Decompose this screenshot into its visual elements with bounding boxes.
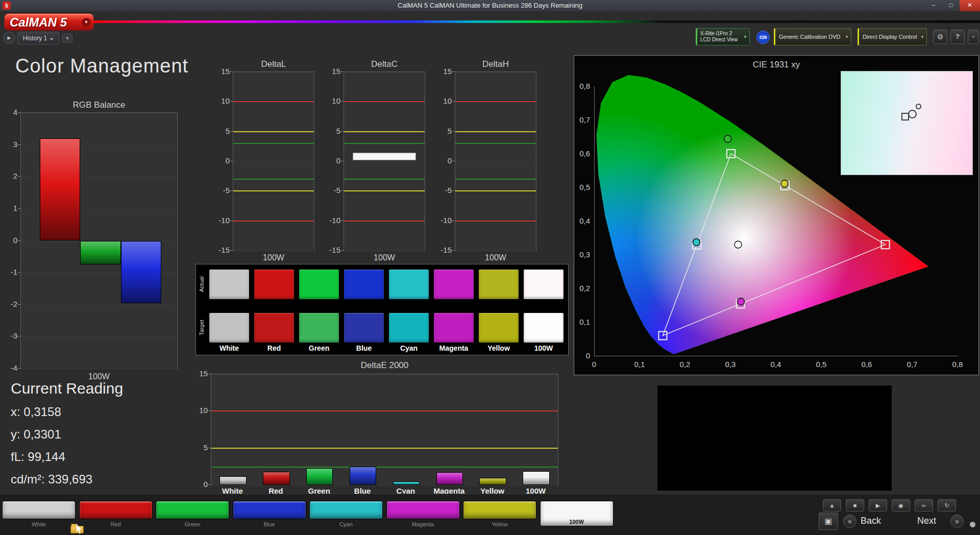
cie-1931-chart: CIE 1931 xy 00,10,20,30,40,50,60,70,800,… bbox=[574, 55, 979, 375]
pattern-button-cyan[interactable] bbox=[309, 501, 383, 519]
add-tab-button[interactable]: + bbox=[62, 34, 72, 43]
reference-line bbox=[344, 101, 425, 102]
continuous-button[interactable]: ∞ bbox=[915, 499, 933, 512]
tick-mark bbox=[18, 240, 20, 241]
y-tick-label: 2 bbox=[0, 172, 17, 180]
swatch-actual-white bbox=[209, 270, 249, 299]
reading-x: x: 0,3158 bbox=[11, 405, 61, 419]
tick-mark bbox=[18, 336, 20, 336]
play-button[interactable]: ▶ bbox=[869, 499, 887, 512]
pattern-window-button[interactable]: ▣ bbox=[819, 513, 838, 530]
pattern-button-yellow[interactable] bbox=[463, 501, 536, 519]
tick-mark bbox=[208, 448, 211, 448]
up-button[interactable]: ▲ bbox=[823, 499, 841, 512]
nav-arrow-button[interactable]: ▶ bbox=[3, 32, 15, 44]
chevron-down-icon[interactable]: ▼ bbox=[82, 18, 91, 27]
white-point-reference-circle bbox=[916, 104, 921, 109]
reference-line bbox=[455, 190, 536, 191]
settings-gear-button[interactable]: ⚙ bbox=[933, 30, 947, 44]
bar-yellow bbox=[479, 478, 506, 485]
y-tick-label: 0,4 bbox=[574, 216, 590, 225]
swatch-target-white bbox=[209, 313, 249, 343]
maximize-button[interactable]: □ bbox=[942, 0, 960, 11]
pattern-button-label: Magenta bbox=[386, 521, 460, 527]
pattern-bar: ▣ « Back Next » WhiteRedGreenBlueCyanMag… bbox=[0, 494, 980, 535]
gridline bbox=[455, 161, 536, 162]
back-button[interactable]: Back bbox=[861, 516, 881, 526]
tick-mark bbox=[230, 71, 233, 72]
pattern-button-label: 100W bbox=[541, 519, 613, 525]
gridline bbox=[344, 251, 425, 251]
reference-line bbox=[344, 190, 425, 191]
gridline bbox=[233, 251, 314, 251]
tick-mark bbox=[18, 368, 20, 369]
help-button[interactable]: ? bbox=[950, 30, 965, 44]
refresh-button[interactable]: ↻ bbox=[938, 499, 956, 512]
close-button[interactable]: ✕ bbox=[960, 0, 980, 11]
swatch-actual-blue bbox=[344, 270, 384, 299]
color-checker-panel: ActualTargetWhiteRedGreenBlueCyanMagenta… bbox=[195, 264, 569, 355]
delta-l-chart: DeltaL 100W -15-10-5051015 bbox=[217, 59, 325, 263]
tick-mark bbox=[452, 250, 455, 251]
y-tick-label: 0,5 bbox=[574, 183, 590, 191]
y-tick-label: 0 bbox=[574, 351, 590, 360]
delta-h-chart: DeltaH 100W -15-10-5051015 bbox=[439, 59, 547, 263]
tick-mark bbox=[341, 250, 344, 251]
pattern-button-label: Green bbox=[156, 521, 229, 527]
bar-white bbox=[219, 476, 247, 485]
swatch-actual-red bbox=[254, 270, 294, 299]
pattern-button-blue[interactable] bbox=[233, 501, 306, 519]
tick-mark bbox=[208, 374, 211, 374]
extra-toolbar-button[interactable]: ● bbox=[968, 30, 979, 44]
reference-line bbox=[233, 101, 314, 102]
reference-line bbox=[233, 221, 314, 222]
meter-dropdown[interactable]: X-Rite i1Pro 2 LCD Direct View ▼ bbox=[696, 28, 750, 45]
next-button[interactable]: Next bbox=[917, 516, 936, 526]
meter-badge[interactable]: 226 bbox=[756, 31, 770, 44]
y-tick-label: -10 bbox=[209, 216, 230, 225]
y-tick-label: -5 bbox=[209, 186, 230, 194]
calman-logo-menu[interactable]: CalMAN 5 ▼ bbox=[4, 13, 94, 31]
chart-title: DeltaE 2000 bbox=[211, 360, 558, 371]
delta-e-2000-chart: DeltaE 2000 051015WhiteRedGreenBlueCyanM… bbox=[195, 360, 561, 497]
pattern-button-white[interactable] bbox=[2, 501, 76, 519]
next-chevron-button[interactable]: » bbox=[950, 515, 964, 528]
delta-c-chart: DeltaC 100W -15-10-5051015 bbox=[328, 59, 435, 263]
pattern-button-red[interactable] bbox=[79, 501, 153, 519]
swatch-target-100w bbox=[524, 313, 564, 343]
swatch-column-label: Blue bbox=[344, 344, 384, 352]
y-tick-label: 5 bbox=[431, 127, 452, 135]
y-tick-label: 10 bbox=[320, 96, 340, 105]
tab-history-1[interactable]: History 1 bbox=[17, 32, 59, 44]
display-control-dropdown[interactable]: Direct Display Control ▼ bbox=[857, 28, 927, 45]
x-axis-label: 100W bbox=[233, 253, 314, 262]
bar-green bbox=[80, 241, 121, 265]
swatch-target-magenta bbox=[434, 313, 474, 343]
tick-mark bbox=[341, 71, 344, 72]
reference-line bbox=[455, 143, 536, 144]
pattern-button-magenta[interactable] bbox=[386, 501, 460, 519]
reference-line bbox=[211, 410, 558, 411]
tick-mark bbox=[18, 112, 20, 113]
pattern-button-green[interactable] bbox=[156, 501, 229, 519]
stop-button[interactable]: ■ bbox=[846, 499, 864, 512]
y-tick-label: 0 bbox=[320, 156, 340, 165]
pattern-source-dropdown[interactable]: Generic Calibration DVD ▼ bbox=[774, 28, 851, 45]
tick-mark bbox=[230, 221, 233, 221]
delta-measured-bar bbox=[353, 153, 415, 161]
tick-mark bbox=[230, 250, 233, 251]
swatch-actual-100w bbox=[524, 270, 564, 299]
swatch-column-label: Green bbox=[299, 344, 339, 352]
y-tick-label: 0,6 bbox=[574, 149, 590, 158]
y-tick-label: 0 bbox=[187, 480, 208, 489]
y-tick-label: 10 bbox=[209, 96, 230, 105]
status-led bbox=[970, 522, 975, 527]
record-button[interactable]: ◉ bbox=[892, 499, 910, 512]
back-chevron-button[interactable]: « bbox=[843, 515, 856, 528]
x-tick-label: 0,1 bbox=[630, 360, 649, 369]
pattern-button-label: Yellow bbox=[463, 521, 536, 527]
pattern-button-100w[interactable]: 100W bbox=[540, 501, 614, 526]
white-point-zoom-inset bbox=[841, 71, 973, 175]
y-tick-label: 0,7 bbox=[574, 115, 590, 124]
minimize-button[interactable]: – bbox=[925, 0, 942, 11]
